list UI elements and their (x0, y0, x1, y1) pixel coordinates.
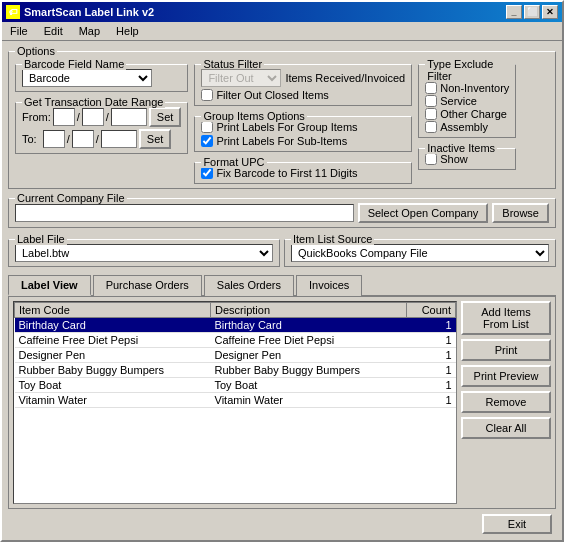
main-content: Options Barcode Field Name Barcode Get T… (2, 41, 562, 540)
non-inventory-label: Non-Inventory (440, 82, 509, 94)
barcode-group: Barcode Field Name Barcode (15, 64, 188, 92)
company-file-group: Current Company File C:\Program Files\In… (8, 198, 556, 228)
cell-count-1: 1 (407, 333, 456, 348)
set-to-button[interactable]: Set (139, 129, 172, 149)
cell-count-4: 1 (407, 378, 456, 393)
label-file-title: Label File (15, 233, 67, 245)
side-buttons: Add Items From List Print Print Preview … (461, 301, 551, 504)
slash3: / (67, 133, 70, 145)
table-row[interactable]: Toy Boat Toy Boat 1 (15, 378, 456, 393)
print-labels-group-checkbox[interactable] (201, 121, 213, 133)
exit-button[interactable]: Exit (482, 514, 552, 534)
titlebar-buttons: _ ⬜ ✕ (506, 5, 558, 19)
table-row[interactable]: Birthday Card Birthday Card 1 (15, 318, 456, 333)
tab-label-view[interactable]: Label View (8, 275, 91, 296)
menu-map[interactable]: Map (75, 24, 104, 38)
filter-out-select[interactable]: Filter Out (201, 69, 281, 87)
from-day-input[interactable]: 30 (82, 108, 104, 126)
barcode-group-title: Barcode Field Name (22, 58, 126, 70)
col-count: Count (407, 303, 456, 318)
tab-bar: Label View Purchase Orders Sales Orders … (8, 274, 556, 297)
table-row[interactable]: Caffeine Free Diet Pepsi Caffeine Free D… (15, 333, 456, 348)
select-company-button[interactable]: Select Open Company (358, 203, 489, 223)
table-row[interactable]: Rubber Baby Buggy Bumpers Rubber Baby Bu… (15, 363, 456, 378)
type-exclude-title: Type Exclude Filter (425, 58, 515, 82)
window-title: SmartScan Label Link v2 (24, 6, 154, 18)
tabs-area: Label View Purchase Orders Sales Orders … (8, 274, 556, 509)
minimize-button[interactable]: _ (506, 5, 522, 19)
table-row[interactable]: Vitamin Water Vitamin Water 1 (15, 393, 456, 408)
label-file-select[interactable]: Label.btw (15, 244, 273, 262)
barcode-select[interactable]: Barcode (22, 69, 152, 87)
cell-item-1: Caffeine Free Diet Pepsi (15, 333, 211, 348)
item-source-title: Item List Source (291, 233, 374, 245)
other-charge-label: Other Charge (440, 108, 507, 120)
slash4: / (96, 133, 99, 145)
show-inactive-checkbox[interactable] (425, 153, 437, 165)
date-range-title: Get Transaction Date Range (22, 96, 165, 108)
add-items-button[interactable]: Add Items From List (461, 301, 551, 335)
other-charge-checkbox[interactable] (425, 108, 437, 120)
app-icon: 🏷 (6, 5, 20, 19)
non-inventory-checkbox[interactable] (425, 82, 437, 94)
browse-button[interactable]: Browse (492, 203, 549, 223)
to-day-input[interactable]: 1 (72, 130, 94, 148)
cell-count-0: 1 (407, 318, 456, 333)
cell-desc-2: Designer Pen (211, 348, 407, 363)
menu-edit[interactable]: Edit (40, 24, 67, 38)
cell-count-2: 1 (407, 348, 456, 363)
print-labels-group-label: Print Labels For Group Items (216, 121, 357, 133)
main-window: 🏷 SmartScan Label Link v2 _ ⬜ ✕ File Edi… (0, 0, 564, 542)
label-file-group: Label File Label.btw (8, 239, 280, 267)
print-button[interactable]: Print (461, 339, 551, 361)
close-button[interactable]: ✕ (542, 5, 558, 19)
menu-file[interactable]: File (6, 24, 32, 38)
inactive-items-group: Inactive Items Show (418, 148, 516, 170)
slash1: / (77, 111, 80, 123)
filter-closed-label: Filter Out Closed Items (216, 89, 328, 101)
remove-button[interactable]: Remove (461, 391, 551, 413)
menu-help[interactable]: Help (112, 24, 143, 38)
item-source-select[interactable]: QuickBooks Company File (291, 244, 549, 262)
to-label: To: (22, 133, 37, 145)
format-upc-title: Format UPC (201, 156, 266, 168)
table-body: Birthday Card Birthday Card 1 Caffeine F… (15, 318, 456, 408)
restore-button[interactable]: ⬜ (524, 5, 540, 19)
options-group: Options Barcode Field Name Barcode Get T… (8, 51, 556, 189)
set-from-button[interactable]: Set (149, 107, 182, 127)
cell-item-5: Vitamin Water (15, 393, 211, 408)
titlebar-left: 🏷 SmartScan Label Link v2 (6, 5, 154, 19)
tab-invoices[interactable]: Invoices (296, 275, 362, 296)
cell-desc-1: Caffeine Free Diet Pepsi (211, 333, 407, 348)
from-month-input[interactable]: 3 (53, 108, 75, 126)
fix-barcode-checkbox[interactable] (201, 167, 213, 179)
from-label: From: (22, 111, 51, 123)
cell-count-5: 1 (407, 393, 456, 408)
service-checkbox[interactable] (425, 95, 437, 107)
items-received-label: Items Received/Invoiced (285, 72, 405, 84)
cell-desc-4: Toy Boat (211, 378, 407, 393)
cell-count-3: 1 (407, 363, 456, 378)
options-group-title: Options (15, 45, 57, 57)
table-header: Item Code Description Count (15, 303, 456, 318)
tab-purchase-orders[interactable]: Purchase Orders (93, 275, 202, 296)
type-exclude-group: Type Exclude Filter Inventory Non-Invent… (418, 64, 516, 138)
clear-all-button[interactable]: Clear All (461, 417, 551, 439)
col-description: Description (211, 303, 407, 318)
print-preview-button[interactable]: Print Preview (461, 365, 551, 387)
tab-sales-orders[interactable]: Sales Orders (204, 275, 294, 296)
print-labels-sub-checkbox[interactable] (201, 135, 213, 147)
titlebar: 🏷 SmartScan Label Link v2 _ ⬜ ✕ (2, 2, 562, 22)
filter-closed-checkbox[interactable] (201, 89, 213, 101)
assembly-checkbox[interactable] (425, 121, 437, 133)
cell-item-0: Birthday Card (15, 318, 211, 333)
cell-item-4: Toy Boat (15, 378, 211, 393)
from-year-input[interactable]: 2007 (111, 108, 147, 126)
table-row[interactable]: Designer Pen Designer Pen 1 (15, 348, 456, 363)
cell-desc-3: Rubber Baby Buggy Bumpers (211, 363, 407, 378)
to-month-input[interactable]: 4 (43, 130, 65, 148)
tab-content: Item Code Description Count Birthday Car… (8, 297, 556, 509)
company-file-title: Current Company File (15, 192, 127, 204)
company-path-input[interactable]: C:\Program Files\Intuit\QuickBooks Enter… (15, 204, 354, 222)
to-year-input[interactable]: 2007 (101, 130, 137, 148)
